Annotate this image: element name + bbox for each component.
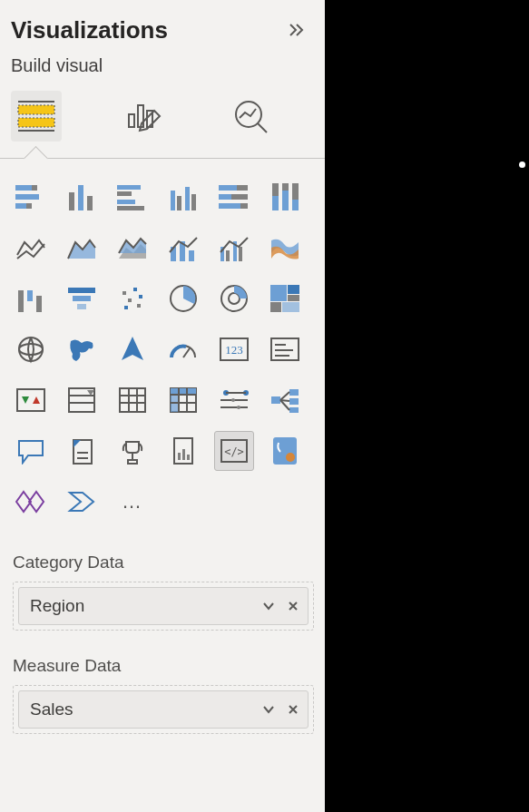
decomposition-tree-icon[interactable] — [265, 380, 305, 420]
line-clustered-column-chart-icon[interactable] — [214, 228, 254, 268]
svg-rect-53 — [122, 291, 126, 295]
svg-rect-63 — [288, 285, 299, 294]
line-stacked-column-chart-icon[interactable] — [163, 228, 203, 268]
svg-line-107 — [280, 392, 289, 400]
hundred-stacked-column-chart-icon[interactable] — [265, 177, 305, 217]
svg-rect-22 — [177, 196, 181, 210]
panel-subtitle: Build visual — [0, 52, 325, 85]
svg-rect-20 — [117, 206, 144, 210]
svg-rect-11 — [15, 194, 39, 200]
svg-rect-23 — [185, 187, 190, 210]
svg-rect-4 — [129, 114, 134, 127]
hundred-stacked-bar-chart-icon[interactable] — [214, 177, 254, 217]
svg-rect-54 — [133, 288, 137, 291]
table-icon[interactable] — [113, 380, 152, 420]
analytics-tab[interactable] — [225, 91, 276, 142]
field-pill-region[interactable]: Region — [18, 587, 309, 625]
svg-marker-79 — [33, 396, 40, 404]
azure-map-icon[interactable] — [113, 329, 152, 369]
measure-data-dropzone[interactable]: Sales — [13, 685, 314, 734]
svg-rect-15 — [78, 185, 83, 210]
svg-point-61 — [229, 293, 240, 304]
svg-rect-13 — [26, 203, 32, 209]
svg-rect-30 — [240, 203, 248, 209]
multi-row-card-icon[interactable] — [265, 329, 305, 369]
funnel-chart-icon[interactable] — [62, 279, 102, 318]
svg-rect-29 — [219, 203, 240, 209]
svg-rect-64 — [288, 295, 299, 301]
more-visuals-button[interactable]: … — [113, 482, 152, 522]
svg-line-70 — [183, 348, 190, 357]
paginated-report-icon[interactable] — [163, 431, 203, 471]
kpi-icon[interactable] — [11, 380, 51, 420]
svg-rect-36 — [292, 200, 299, 210]
card-icon[interactable]: 123 — [214, 329, 254, 369]
svg-rect-2 — [18, 118, 54, 127]
clustered-bar-chart-icon[interactable] — [113, 177, 152, 217]
area-chart-icon[interactable] — [62, 228, 102, 268]
stacked-area-chart-icon[interactable] — [113, 228, 152, 268]
arcgis-map-icon[interactable] — [265, 431, 305, 471]
svg-rect-1 — [18, 105, 54, 114]
treemap-chart-icon[interactable] — [265, 279, 305, 318]
svg-rect-9 — [15, 185, 32, 191]
line-chart-icon[interactable] — [11, 228, 51, 268]
qa-visual-icon[interactable] — [11, 431, 51, 471]
clustered-column-chart-icon[interactable] — [163, 177, 203, 217]
field-pill-name: Sales — [30, 699, 73, 719]
remove-field-button[interactable] — [288, 600, 299, 613]
svg-rect-106 — [289, 407, 299, 413]
svg-rect-27 — [219, 194, 231, 200]
map-icon[interactable] — [11, 329, 51, 369]
svg-rect-52 — [77, 304, 86, 309]
key-influencers-icon[interactable] — [113, 431, 152, 471]
filled-map-icon[interactable] — [62, 329, 102, 369]
svg-marker-125 — [70, 493, 93, 511]
smart-narrative-icon[interactable] — [62, 431, 102, 471]
field-menu-button[interactable] — [262, 599, 275, 613]
svg-rect-14 — [69, 192, 74, 210]
svg-rect-42 — [189, 250, 194, 261]
svg-rect-19 — [117, 200, 135, 204]
slicer-icon[interactable] — [62, 380, 102, 420]
r-visual-icon[interactable] — [214, 380, 254, 420]
field-menu-button[interactable] — [262, 702, 275, 717]
svg-rect-10 — [32, 185, 37, 191]
build-visual-tab[interactable] — [11, 91, 62, 142]
python-visual-icon[interactable]: </> — [214, 431, 254, 471]
donut-chart-icon[interactable] — [214, 279, 254, 318]
svg-marker-110 — [73, 440, 81, 447]
category-data-dropzone[interactable]: Region — [13, 582, 314, 631]
pie-chart-icon[interactable] — [163, 279, 203, 318]
scatter-chart-icon[interactable] — [113, 279, 152, 318]
category-data-label: Category Data — [13, 553, 314, 572]
power-automate-visual-icon[interactable] — [62, 482, 102, 522]
svg-rect-18 — [117, 191, 132, 196]
svg-rect-66 — [282, 302, 299, 312]
svg-rect-62 — [270, 285, 287, 301]
waterfall-chart-icon[interactable] — [11, 279, 51, 318]
format-visual-tab[interactable] — [118, 91, 169, 142]
tab-divider — [0, 158, 325, 159]
svg-rect-104 — [289, 389, 299, 396]
svg-line-8 — [258, 123, 267, 132]
svg-rect-17 — [117, 185, 141, 190]
measure-data-well: Measure Data Sales — [0, 636, 325, 739]
field-pill-sales[interactable]: Sales — [18, 690, 309, 729]
stacked-bar-chart-icon[interactable] — [11, 177, 51, 217]
power-apps-visual-icon[interactable] — [11, 482, 51, 522]
remove-field-button[interactable] — [288, 703, 299, 717]
gauge-chart-icon[interactable] — [163, 329, 203, 369]
svg-point-67 — [19, 338, 43, 361]
svg-point-101 — [231, 398, 235, 402]
svg-rect-28 — [231, 194, 248, 200]
svg-rect-77 — [17, 389, 44, 411]
stacked-column-chart-icon[interactable] — [62, 177, 102, 217]
svg-rect-46 — [239, 247, 242, 261]
collapse-panel-button[interactable] — [285, 18, 310, 44]
matrix-icon[interactable] — [163, 380, 203, 420]
ribbon-chart-icon[interactable] — [265, 228, 305, 268]
svg-rect-12 — [15, 203, 26, 209]
svg-rect-58 — [137, 304, 141, 308]
svg-rect-24 — [191, 194, 196, 210]
